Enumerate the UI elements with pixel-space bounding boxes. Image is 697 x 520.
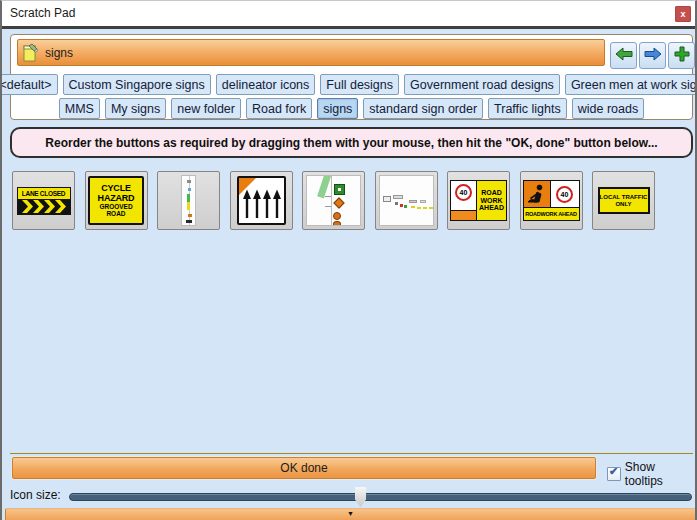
up-arrows-icon bbox=[242, 189, 282, 220]
chevron-down-icon: ▼ bbox=[347, 509, 354, 519]
sign-tile-plan-vertical[interactable] bbox=[157, 171, 220, 230]
sign-tile-40-roadwork[interactable]: 40 ROAD WORK AHEAD bbox=[447, 171, 510, 230]
edit-note-icon bbox=[23, 43, 39, 63]
window-title: Scratch Pad bbox=[10, 6, 75, 20]
forward-arrow-icon bbox=[644, 47, 662, 65]
worker-icon bbox=[526, 183, 548, 205]
folder-button[interactable]: new folder bbox=[171, 98, 241, 119]
slider-thumb[interactable] bbox=[355, 487, 366, 507]
show-tooltips-label: Show tooltips bbox=[625, 460, 695, 488]
expander-bar[interactable]: ▼ bbox=[5, 508, 696, 520]
sign-tile-row: LANE CLOSED CYCLE HAZARD GROOVED ROAD bbox=[12, 171, 655, 230]
folder-button[interactable]: Custom Singapore signs bbox=[63, 74, 211, 95]
folder-button[interactable]: My signs bbox=[105, 98, 166, 119]
speed-roadwork-sign: 40 ROAD WORK AHEAD bbox=[450, 180, 507, 221]
lane-closed-sign: LANE CLOSED bbox=[17, 187, 71, 215]
checkmark-icon: ✔ bbox=[609, 465, 618, 478]
show-tooltips-toggle[interactable]: ✔ Show tooltips bbox=[607, 460, 695, 488]
current-folder-field[interactable]: signs bbox=[17, 39, 605, 66]
folder-panel: signs <default> Custom Singapore signs d… bbox=[10, 34, 693, 120]
local-traffic-sign: LOCAL TRAFFIC ONLY bbox=[598, 187, 650, 214]
icon-size-label: Icon size: bbox=[10, 488, 61, 502]
speed-40-badge: 40 bbox=[455, 184, 472, 201]
sign-tile-roadwork-ahead[interactable]: 40 ROADWORK AHEAD bbox=[520, 171, 583, 230]
folder-button[interactable]: Road fork bbox=[246, 98, 312, 119]
instruction-banner: Reorder the buttons as required by dragg… bbox=[10, 127, 693, 158]
back-arrow-icon bbox=[615, 47, 633, 65]
folder-button[interactable]: Green men at work sign bbox=[565, 74, 697, 95]
icon-size-slider[interactable] bbox=[69, 489, 692, 505]
folder-row-1: <default> Custom Singapore signs delinea… bbox=[12, 74, 691, 95]
folder-button[interactable]: Government road designs bbox=[404, 74, 560, 95]
folder-button[interactable]: wide roads bbox=[572, 98, 644, 119]
folder-button[interactable]: MMS bbox=[59, 98, 100, 119]
folder-button[interactable]: <default> bbox=[0, 74, 58, 95]
current-folder-label: signs bbox=[45, 46, 73, 60]
footer-separator bbox=[10, 453, 693, 454]
speed-40-badge: 40 bbox=[556, 186, 573, 203]
sign-tile-lane-closed[interactable]: LANE CLOSED bbox=[12, 171, 75, 230]
folder-button[interactable]: delineator icons bbox=[216, 74, 316, 95]
roadwork-plan-thumbnail bbox=[379, 175, 434, 226]
plus-icon bbox=[674, 46, 690, 66]
back-arrow-button[interactable] bbox=[610, 42, 637, 69]
sign-tile-plan-horizontal[interactable] bbox=[375, 171, 438, 230]
sign-tile-local-traffic[interactable]: LOCAL TRAFFIC ONLY bbox=[592, 171, 655, 230]
title-bar: Scratch Pad x bbox=[2, 1, 695, 26]
roadwork-plan-thumbnail bbox=[181, 175, 196, 226]
sign-tile-lanes-open[interactable] bbox=[230, 171, 293, 230]
close-button[interactable]: x bbox=[675, 6, 691, 22]
roadwork-ahead-sign: 40 ROADWORK AHEAD bbox=[523, 180, 580, 221]
folder-button[interactable]: standard sign order bbox=[363, 98, 483, 119]
show-tooltips-checkbox[interactable]: ✔ bbox=[607, 467, 621, 481]
ok-done-button[interactable]: OK done bbox=[12, 457, 596, 479]
cycle-hazard-sign: CYCLE HAZARD GROOVED ROAD bbox=[88, 176, 144, 225]
scratch-pad-window: Scratch Pad x signs bbox=[0, 0, 697, 520]
chevron-arrows-icon bbox=[17, 199, 71, 215]
sign-tile-cycle-hazard[interactable]: CYCLE HAZARD GROOVED ROAD bbox=[85, 171, 148, 230]
roadwork-plan-thumbnail bbox=[306, 175, 361, 226]
orange-strip bbox=[451, 210, 476, 220]
add-folder-button[interactable] bbox=[668, 42, 695, 69]
folder-button-selected[interactable]: signs bbox=[317, 98, 358, 119]
title-separator bbox=[2, 26, 695, 29]
folder-row-2: MMS My signs new folder Road fork signs … bbox=[12, 98, 691, 119]
folder-button[interactable]: Traffic lights bbox=[488, 98, 567, 119]
folder-button[interactable]: Full designs bbox=[320, 74, 399, 95]
slider-track[interactable] bbox=[69, 493, 692, 501]
forward-arrow-button[interactable] bbox=[639, 42, 666, 69]
sign-tile-plan-signs[interactable] bbox=[302, 171, 365, 230]
lanes-open-sign bbox=[237, 176, 286, 225]
